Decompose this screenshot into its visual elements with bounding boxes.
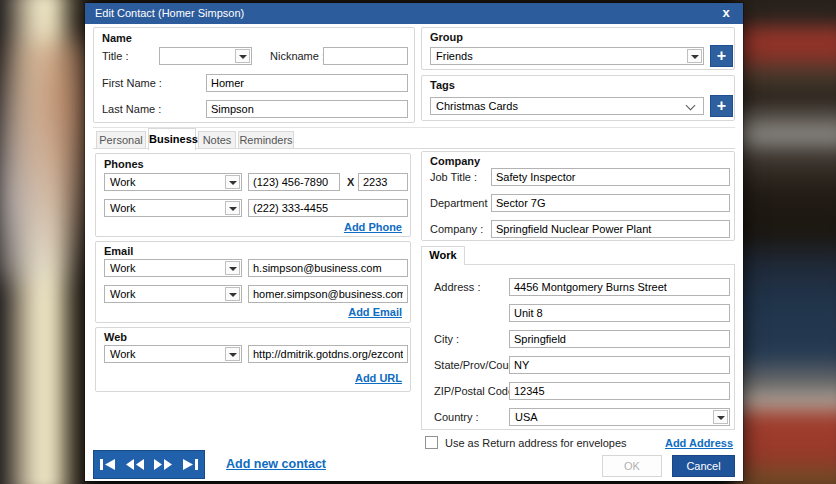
zip-input[interactable] bbox=[509, 382, 730, 400]
last-record-button[interactable] bbox=[178, 454, 202, 476]
edit-contact-dialog: Edit Contact (Homer Simpson) x Name Titl… bbox=[85, 3, 743, 481]
tags-select-value: Christmas Cards bbox=[436, 98, 518, 114]
name-groupbox: Name Title : Nickname : First Name : Las… bbox=[93, 27, 415, 123]
background-blur-right bbox=[733, 0, 836, 484]
company-label: Company : bbox=[430, 223, 483, 235]
address-line1-input[interactable] bbox=[509, 278, 730, 296]
address-line2-input[interactable] bbox=[509, 304, 730, 322]
country-label: Country : bbox=[434, 411, 479, 423]
email2-input[interactable] bbox=[248, 285, 408, 303]
group-groupbox: Group Friends + bbox=[421, 27, 735, 70]
tab-work-address[interactable]: Work bbox=[421, 246, 465, 265]
add-address-link[interactable]: Add Address bbox=[665, 437, 733, 449]
last-name-input[interactable] bbox=[206, 100, 408, 118]
web-groupbox: Web Work Add URL bbox=[95, 327, 411, 392]
chevron-down-icon[interactable] bbox=[687, 49, 702, 63]
add-phone-link[interactable]: Add Phone bbox=[344, 221, 402, 233]
return-address-row: Use as Return address for envelopes Add … bbox=[421, 434, 735, 452]
previous-record-icon bbox=[126, 459, 144, 470]
email-groupbox: Email Work Work Add Email bbox=[95, 241, 411, 323]
city-input[interactable] bbox=[509, 330, 730, 348]
ok-button[interactable]: OK bbox=[602, 455, 662, 477]
chevron-down-icon[interactable] bbox=[225, 175, 240, 189]
phone2-type-value: Work bbox=[110, 200, 135, 216]
cancel-button[interactable]: Cancel bbox=[672, 455, 735, 477]
web1-type-value: Work bbox=[110, 346, 135, 362]
email2-type-value: Work bbox=[110, 286, 135, 302]
email1-type-value: Work bbox=[110, 260, 135, 276]
zip-label: ZIP/Postal Code : bbox=[434, 385, 520, 397]
phone1-type-value: Work bbox=[110, 174, 135, 190]
extension-label: X bbox=[347, 176, 354, 188]
add-email-link[interactable]: Add Email bbox=[348, 306, 402, 318]
first-record-icon bbox=[100, 459, 115, 470]
nickname-input[interactable] bbox=[323, 47, 408, 65]
company-header: Company bbox=[430, 155, 480, 167]
chevron-down-icon[interactable] bbox=[225, 347, 240, 361]
address-label: Address : bbox=[434, 281, 480, 293]
chevron-down-icon[interactable] bbox=[235, 49, 250, 63]
group-select[interactable]: Friends bbox=[430, 47, 704, 65]
close-icon[interactable]: x bbox=[715, 3, 737, 24]
record-navigation-bar bbox=[93, 450, 205, 479]
company-groupbox: Company Job Title : Department : Company… bbox=[421, 151, 735, 241]
web1-type-select[interactable]: Work bbox=[104, 345, 242, 363]
phone2-number-input[interactable] bbox=[248, 199, 408, 217]
previous-record-button[interactable] bbox=[123, 454, 147, 476]
country-select-value: USA bbox=[515, 409, 538, 425]
last-name-label: Last Name : bbox=[102, 103, 161, 115]
group-select-value: Friends bbox=[436, 48, 473, 64]
email1-type-select[interactable]: Work bbox=[104, 259, 242, 277]
email-header: Email bbox=[104, 245, 133, 257]
add-url-link[interactable]: Add URL bbox=[355, 372, 402, 384]
add-new-contact-link[interactable]: Add new contact bbox=[226, 457, 326, 471]
phones-header: Phones bbox=[104, 158, 144, 170]
phone2-type-select[interactable]: Work bbox=[104, 199, 242, 217]
country-select[interactable]: USA bbox=[509, 408, 730, 426]
window-title: Edit Contact (Homer Simpson) bbox=[95, 3, 244, 24]
chevron-down-icon[interactable] bbox=[225, 261, 240, 275]
department-label: Department : bbox=[430, 197, 494, 209]
first-record-button[interactable] bbox=[96, 454, 120, 476]
background-blur-left-top bbox=[0, 40, 95, 280]
tags-header: Tags bbox=[430, 79, 455, 91]
chevron-down-icon bbox=[686, 101, 696, 111]
chevron-down-icon[interactable] bbox=[713, 410, 728, 424]
first-name-label: First Name : bbox=[102, 77, 162, 89]
name-header: Name bbox=[102, 32, 132, 44]
work-address-page: Address : City : State/Prov/County : ZIP… bbox=[421, 264, 735, 430]
chevron-down-icon[interactable] bbox=[225, 287, 240, 301]
first-name-input[interactable] bbox=[206, 74, 408, 92]
phone1-number-input[interactable] bbox=[248, 173, 340, 191]
group-header: Group bbox=[430, 31, 463, 43]
business-tab-page: Phones Work X Work Add Phone Email Work bbox=[93, 148, 735, 449]
state-input[interactable] bbox=[509, 356, 730, 374]
email1-input[interactable] bbox=[248, 259, 408, 277]
phone1-ext-input[interactable] bbox=[358, 173, 408, 191]
job-title-input[interactable] bbox=[491, 168, 730, 186]
next-record-icon bbox=[154, 459, 172, 470]
tab-strip: Personal Business Notes Reminders bbox=[93, 127, 735, 148]
phones-groupbox: Phones Work X Work Add Phone bbox=[95, 153, 411, 237]
chevron-down-icon[interactable] bbox=[225, 201, 240, 215]
add-tag-button[interactable]: + bbox=[710, 95, 733, 117]
tab-business[interactable]: Business bbox=[148, 128, 196, 150]
tags-groupbox: Tags Christmas Cards + bbox=[421, 75, 735, 121]
web-header: Web bbox=[104, 331, 127, 343]
job-title-label: Job Title : bbox=[430, 171, 477, 183]
tags-select[interactable]: Christmas Cards bbox=[430, 97, 704, 115]
add-group-button[interactable]: + bbox=[710, 45, 733, 67]
city-label: City : bbox=[434, 333, 459, 345]
department-input[interactable] bbox=[491, 194, 730, 212]
return-address-checkbox[interactable] bbox=[425, 436, 438, 449]
title-bar[interactable]: Edit Contact (Homer Simpson) x bbox=[85, 3, 743, 24]
web1-url-input[interactable] bbox=[248, 345, 408, 363]
phone1-type-select[interactable]: Work bbox=[104, 173, 242, 191]
nickname-label: Nickname : bbox=[270, 50, 325, 62]
last-record-icon bbox=[183, 459, 198, 470]
company-input[interactable] bbox=[491, 220, 730, 238]
return-address-label: Use as Return address for envelopes bbox=[445, 437, 627, 449]
next-record-button[interactable] bbox=[151, 454, 175, 476]
email2-type-select[interactable]: Work bbox=[104, 285, 242, 303]
title-select[interactable] bbox=[159, 47, 252, 65]
